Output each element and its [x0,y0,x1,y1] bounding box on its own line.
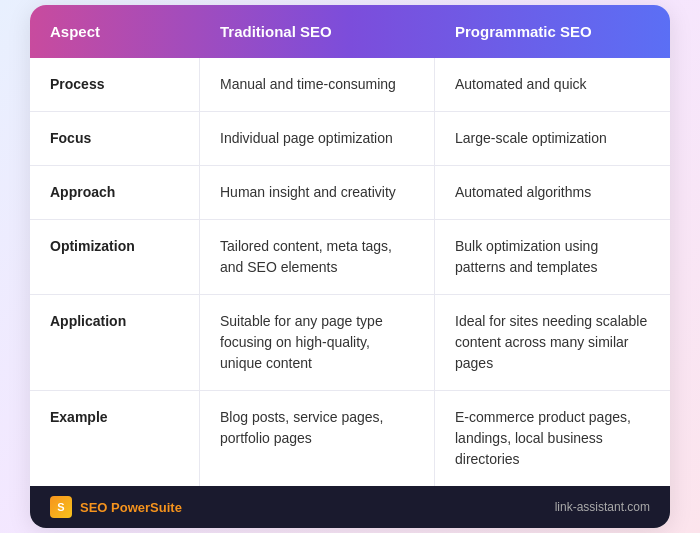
table-body: ProcessManual and time-consumingAutomate… [30,58,670,486]
cell-traditional-5: Blog posts, service pages, portfolio pag… [200,391,435,486]
brand-suffix: PowerSuite [111,500,182,515]
cell-traditional-1: Individual page optimization [200,112,435,165]
cell-programmatic-4: Ideal for sites needing scalable content… [435,295,670,390]
cell-traditional-2: Human insight and creativity [200,166,435,219]
header-traditional: Traditional SEO [200,5,435,58]
table-header: Aspect Traditional SEO Programmatic SEO [30,5,670,58]
brand-prefix: SEO [80,500,111,515]
cell-programmatic-2: Automated algorithms [435,166,670,219]
table-row: FocusIndividual page optimizationLarge-s… [30,112,670,166]
cell-aspect-3: Optimization [30,220,200,294]
brand-area: S SEO PowerSuite [50,496,182,518]
table-row: ApproachHuman insight and creativityAuto… [30,166,670,220]
header-aspect: Aspect [30,5,200,58]
table-row: ApplicationSuitable for any page type fo… [30,295,670,391]
cell-aspect-2: Approach [30,166,200,219]
cell-aspect-5: Example [30,391,200,486]
cell-aspect-4: Application [30,295,200,390]
cell-programmatic-5: E-commerce product pages, landings, loca… [435,391,670,486]
cell-traditional-3: Tailored content, meta tags, and SEO ele… [200,220,435,294]
cell-traditional-0: Manual and time-consuming [200,58,435,111]
cell-aspect-1: Focus [30,112,200,165]
cell-programmatic-1: Large-scale optimization [435,112,670,165]
table-row: ProcessManual and time-consumingAutomate… [30,58,670,112]
table-row: OptimizationTailored content, meta tags,… [30,220,670,295]
footer: S SEO PowerSuite link-assistant.com [30,486,670,528]
footer-url: link-assistant.com [555,500,650,514]
brand-logo: S [50,496,72,518]
cell-programmatic-0: Automated and quick [435,58,670,111]
cell-aspect-0: Process [30,58,200,111]
brand-name: SEO PowerSuite [80,500,182,515]
comparison-card: Aspect Traditional SEO Programmatic SEO … [30,5,670,528]
cell-programmatic-3: Bulk optimization using patterns and tem… [435,220,670,294]
header-programmatic: Programmatic SEO [435,5,670,58]
cell-traditional-4: Suitable for any page type focusing on h… [200,295,435,390]
table-row: ExampleBlog posts, service pages, portfo… [30,391,670,486]
